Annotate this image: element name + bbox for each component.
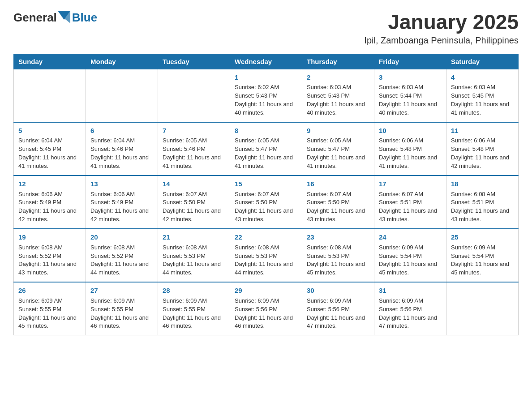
day-of-week-header: Saturday (446, 54, 519, 69)
sunset-text: Sunset: 5:53 PM (307, 252, 369, 261)
daylight-text: Daylight: 11 hours and 46 minutes. (163, 314, 225, 331)
sunrise-text: Sunrise: 6:09 AM (18, 297, 81, 305)
calendar-cell (158, 69, 230, 122)
sunset-text: Sunset: 5:45 PM (451, 92, 514, 100)
calendar-header-row: SundayMondayTuesdayWednesdayThursdayFrid… (14, 54, 519, 69)
sunset-text: Sunset: 5:55 PM (163, 305, 225, 314)
day-number: 21 (163, 232, 225, 242)
day-number: 22 (235, 232, 297, 242)
day-number: 1 (235, 73, 297, 82)
sunrise-text: Sunrise: 6:09 AM (90, 297, 153, 305)
sunrise-text: Sunrise: 6:06 AM (451, 137, 514, 145)
calendar-cell: 2Sunrise: 6:03 AMSunset: 5:43 PMDaylight… (302, 69, 374, 122)
calendar-cell: 25Sunrise: 6:09 AMSunset: 5:54 PMDayligh… (446, 229, 519, 282)
day-number: 2 (307, 73, 369, 82)
day-number: 16 (307, 179, 369, 189)
daylight-text: Daylight: 11 hours and 42 minutes. (451, 154, 514, 171)
sunrise-text: Sunrise: 6:03 AM (451, 83, 514, 92)
day-of-week-header: Monday (86, 54, 158, 69)
daylight-text: Daylight: 11 hours and 41 minutes. (18, 154, 81, 171)
sunrise-text: Sunrise: 6:05 AM (235, 137, 297, 145)
daylight-text: Daylight: 11 hours and 43 minutes. (451, 207, 514, 224)
daylight-text: Daylight: 11 hours and 41 minutes. (90, 154, 153, 171)
sunset-text: Sunset: 5:50 PM (307, 198, 369, 207)
calendar-cell: 19Sunrise: 6:08 AMSunset: 5:52 PMDayligh… (14, 229, 86, 282)
day-number: 15 (235, 179, 297, 189)
day-number: 31 (379, 286, 442, 295)
sunset-text: Sunset: 5:46 PM (90, 145, 153, 154)
sunrise-text: Sunrise: 6:08 AM (18, 244, 81, 252)
calendar-cell: 4Sunrise: 6:03 AMSunset: 5:45 PMDaylight… (446, 69, 519, 122)
daylight-text: Daylight: 11 hours and 45 minutes. (379, 260, 442, 277)
sunrise-text: Sunrise: 6:02 AM (235, 83, 297, 92)
calendar-cell: 6Sunrise: 6:04 AMSunset: 5:46 PMDaylight… (86, 122, 158, 176)
daylight-text: Daylight: 11 hours and 41 minutes. (307, 154, 369, 171)
sunrise-text: Sunrise: 6:09 AM (451, 244, 514, 252)
sunrise-text: Sunrise: 6:08 AM (307, 244, 369, 252)
calendar-week-row: 5Sunrise: 6:04 AMSunset: 5:45 PMDaylight… (14, 122, 519, 176)
calendar-cell: 22Sunrise: 6:08 AMSunset: 5:53 PMDayligh… (230, 229, 302, 282)
title-block: January 2025 Ipil, Zamboanga Peninsula, … (364, 11, 519, 46)
calendar-cell: 30Sunrise: 6:09 AMSunset: 5:56 PMDayligh… (302, 282, 374, 335)
day-number: 4 (451, 73, 514, 82)
daylight-text: Daylight: 11 hours and 44 minutes. (90, 260, 153, 277)
calendar-cell: 12Sunrise: 6:06 AMSunset: 5:49 PMDayligh… (14, 176, 86, 229)
calendar-cell: 24Sunrise: 6:09 AMSunset: 5:54 PMDayligh… (374, 229, 446, 282)
sunrise-text: Sunrise: 6:09 AM (379, 297, 442, 305)
sunset-text: Sunset: 5:48 PM (451, 145, 514, 154)
sunset-text: Sunset: 5:50 PM (235, 198, 297, 207)
daylight-text: Daylight: 11 hours and 45 minutes. (18, 314, 81, 331)
sunrise-text: Sunrise: 6:06 AM (18, 190, 81, 199)
sunset-text: Sunset: 5:55 PM (90, 305, 153, 314)
day-number: 29 (235, 286, 297, 295)
calendar-table: SundayMondayTuesdayWednesdayThursdayFrid… (13, 54, 519, 336)
sunrise-text: Sunrise: 6:05 AM (163, 137, 225, 145)
sunset-text: Sunset: 5:48 PM (379, 145, 442, 154)
sunset-text: Sunset: 5:52 PM (18, 252, 81, 261)
page-header: General Blue January 2025 Ipil, Zamboang… (13, 11, 519, 46)
day-number: 17 (379, 179, 442, 189)
calendar-cell: 18Sunrise: 6:08 AMSunset: 5:51 PMDayligh… (446, 176, 519, 229)
sunrise-text: Sunrise: 6:08 AM (235, 244, 297, 252)
calendar-week-row: 26Sunrise: 6:09 AMSunset: 5:55 PMDayligh… (14, 282, 519, 335)
sunset-text: Sunset: 5:50 PM (163, 198, 225, 207)
sunset-text: Sunset: 5:49 PM (90, 198, 153, 207)
day-number: 23 (307, 232, 369, 242)
location: Ipil, Zamboanga Peninsula, Philippines (364, 35, 519, 46)
day-number: 12 (18, 179, 81, 189)
sunrise-text: Sunrise: 6:06 AM (379, 137, 442, 145)
calendar-cell: 9Sunrise: 6:05 AMSunset: 5:47 PMDaylight… (302, 122, 374, 176)
sunset-text: Sunset: 5:47 PM (307, 145, 369, 154)
day-of-week-header: Thursday (302, 54, 374, 69)
sunset-text: Sunset: 5:47 PM (235, 145, 297, 154)
daylight-text: Daylight: 11 hours and 43 minutes. (379, 207, 442, 224)
sunrise-text: Sunrise: 6:08 AM (90, 244, 153, 252)
day-number: 14 (163, 179, 225, 189)
sunrise-text: Sunrise: 6:07 AM (235, 190, 297, 199)
day-number: 5 (18, 126, 81, 136)
day-number: 3 (379, 73, 442, 82)
daylight-text: Daylight: 11 hours and 42 minutes. (90, 207, 153, 224)
day-number: 27 (90, 286, 153, 295)
sunset-text: Sunset: 5:55 PM (18, 305, 81, 314)
sunset-text: Sunset: 5:49 PM (18, 198, 81, 207)
daylight-text: Daylight: 11 hours and 42 minutes. (18, 207, 81, 224)
daylight-text: Daylight: 11 hours and 43 minutes. (18, 260, 81, 277)
sunset-text: Sunset: 5:56 PM (307, 305, 369, 314)
sunrise-text: Sunrise: 6:03 AM (307, 83, 369, 92)
sunrise-text: Sunrise: 6:08 AM (163, 244, 225, 252)
daylight-text: Daylight: 11 hours and 40 minutes. (307, 100, 369, 117)
daylight-text: Daylight: 11 hours and 41 minutes. (451, 100, 514, 117)
day-number: 25 (451, 232, 514, 242)
month-year: January 2025 (364, 11, 519, 34)
calendar-week-row: 19Sunrise: 6:08 AMSunset: 5:52 PMDayligh… (14, 229, 519, 282)
day-number: 7 (163, 126, 225, 136)
day-number: 11 (451, 126, 514, 136)
sunrise-text: Sunrise: 6:07 AM (307, 190, 369, 199)
calendar-cell: 15Sunrise: 6:07 AMSunset: 5:50 PMDayligh… (230, 176, 302, 229)
calendar-cell: 11Sunrise: 6:06 AMSunset: 5:48 PMDayligh… (446, 122, 519, 176)
sunset-text: Sunset: 5:54 PM (451, 252, 514, 261)
sunrise-text: Sunrise: 6:09 AM (163, 297, 225, 305)
daylight-text: Daylight: 11 hours and 40 minutes. (235, 100, 297, 117)
daylight-text: Daylight: 11 hours and 45 minutes. (307, 260, 369, 277)
